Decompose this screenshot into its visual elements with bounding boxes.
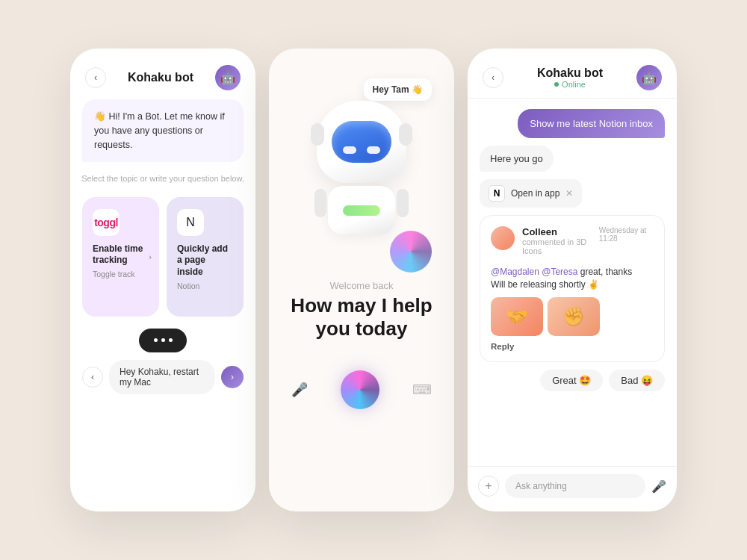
- notion-icon: N: [489, 185, 505, 202]
- card2-title: Quickly add a page inside: [177, 243, 233, 279]
- voice-orb-button[interactable]: [341, 370, 379, 409]
- robot-arm-left: [314, 189, 326, 217]
- great-reaction-button[interactable]: Great 🤩: [540, 370, 603, 391]
- input-back-button[interactable]: ‹: [82, 367, 103, 388]
- robot-ear-right: [399, 123, 412, 146]
- robot-ear-left: [311, 123, 324, 146]
- reply-button[interactable]: Reply: [491, 342, 654, 351]
- online-status: Online: [537, 80, 603, 89]
- avatar: 🤖: [215, 65, 241, 90]
- robot-eye-left: [343, 146, 356, 154]
- robot-area: Hey Tam 👋: [269, 49, 454, 273]
- robot-body: [328, 186, 395, 234]
- notion-card[interactable]: N Quickly add a page inside Notion: [167, 197, 244, 317]
- user-name: Colleen: [522, 226, 592, 237]
- notion-icon: N: [177, 209, 204, 236]
- title-block: Kohaku bot Online: [537, 66, 603, 89]
- user-avatar: [491, 226, 515, 250]
- ask-input[interactable]: Ask anything: [505, 474, 645, 498]
- reaction-buttons: Great 🤩 Bad 😝: [540, 370, 665, 391]
- keyboard-icon[interactable]: ⌨: [412, 382, 432, 398]
- microphone-icon[interactable]: 🎤: [291, 382, 308, 398]
- toggl-card[interactable]: toggl Enable time tracking Toggle track …: [82, 197, 159, 317]
- orb-decoration: [390, 231, 432, 273]
- phone-1: ‹ Kohaku bot 🤖 👋 Hi! I'm a Bot. Let me k…: [70, 49, 255, 511]
- phone-3: ‹ Kohaku bot Online 🤖 Show me latest Not…: [468, 49, 677, 511]
- welcome-section: Welcome back How may I help you today: [269, 273, 454, 340]
- card-header: Colleen commented in 3D Icons Wednesday …: [491, 226, 654, 260]
- chevron-right-icon: ›: [149, 252, 152, 261]
- main-prompt: How may I help you today: [287, 294, 436, 340]
- sent-message: Show me latest Notion inbox: [518, 109, 665, 138]
- user-info: Colleen commented in 3D Icons: [522, 226, 592, 260]
- more-options-button[interactable]: [139, 329, 187, 352]
- comment-context: commented in 3D Icons: [522, 237, 592, 255]
- bot-message-bubble: 👋 Hi! I'm a Bot. Let me know if you have…: [82, 99, 244, 162]
- card1-title: Enable time tracking: [93, 243, 149, 267]
- dot-2: [161, 338, 165, 342]
- greeting-bubble: Hey Tam 👋: [364, 78, 432, 101]
- robot-visor: [332, 121, 391, 163]
- comment-images: 🤝 ✊: [491, 297, 654, 336]
- quick-action-cards: toggl Enable time tracking Toggle track …: [70, 197, 255, 317]
- avatar: 🤖: [636, 65, 662, 90]
- image-1: 🤝: [491, 297, 543, 336]
- robot-arm-right: [397, 189, 409, 217]
- close-icon[interactable]: ✕: [565, 188, 573, 199]
- image-2: ✊: [548, 297, 600, 336]
- robot-chest-light: [343, 205, 380, 216]
- status-dot: [554, 82, 559, 87]
- welcome-label: Welcome back: [287, 280, 436, 291]
- hint-text: Select the topic or write your question …: [70, 172, 255, 185]
- timestamp: Wednesday at 11:28: [599, 226, 654, 243]
- robot-eyes: [343, 146, 380, 154]
- input-row: + Ask anything 🎤: [468, 466, 677, 511]
- chat-area: Show me latest Notion inbox Here you go …: [468, 99, 677, 466]
- card2-subtitle: Notion: [177, 281, 233, 290]
- phone3-header: ‹ Kohaku bot Online 🤖: [468, 49, 677, 99]
- received-message: Here you go: [480, 146, 554, 172]
- robot-eye-right: [367, 146, 380, 154]
- microphone-icon[interactable]: 🎤: [651, 479, 666, 494]
- page-title: Kohaku bot: [537, 66, 603, 80]
- bottom-controls: 🎤 ⌨: [269, 340, 454, 427]
- open-in-app-label: Open in app: [511, 188, 560, 199]
- back-button[interactable]: ‹: [85, 67, 106, 88]
- send-button[interactable]: ›: [221, 366, 244, 388]
- dot-1: [154, 338, 158, 342]
- phone-2: Hey Tam 👋 Welcome bac: [269, 49, 454, 511]
- back-button[interactable]: ‹: [483, 67, 503, 88]
- dot-3: [169, 338, 173, 342]
- open-in-app-bar[interactable]: N Open in app ✕: [480, 179, 582, 208]
- notion-comment-card: Colleen commented in 3D Icons Wednesday …: [480, 215, 665, 362]
- toggl-icon: toggl: [93, 209, 120, 236]
- page-title: Kohaku bot: [128, 71, 193, 84]
- bad-reaction-button[interactable]: Bad 😝: [609, 370, 665, 391]
- card1-subtitle: Toggle track: [93, 270, 149, 279]
- chat-input[interactable]: Hey Kohaku, restart my Mac: [109, 360, 215, 394]
- robot-head: [317, 101, 406, 183]
- input-row: ‹ Hey Kohaku, restart my Mac ›: [70, 360, 255, 408]
- comment-text: @Magdalen @Teresa great, thanksWill be r…: [491, 266, 654, 291]
- add-button[interactable]: +: [478, 476, 499, 497]
- phone1-header: ‹ Kohaku bot 🤖: [70, 49, 255, 99]
